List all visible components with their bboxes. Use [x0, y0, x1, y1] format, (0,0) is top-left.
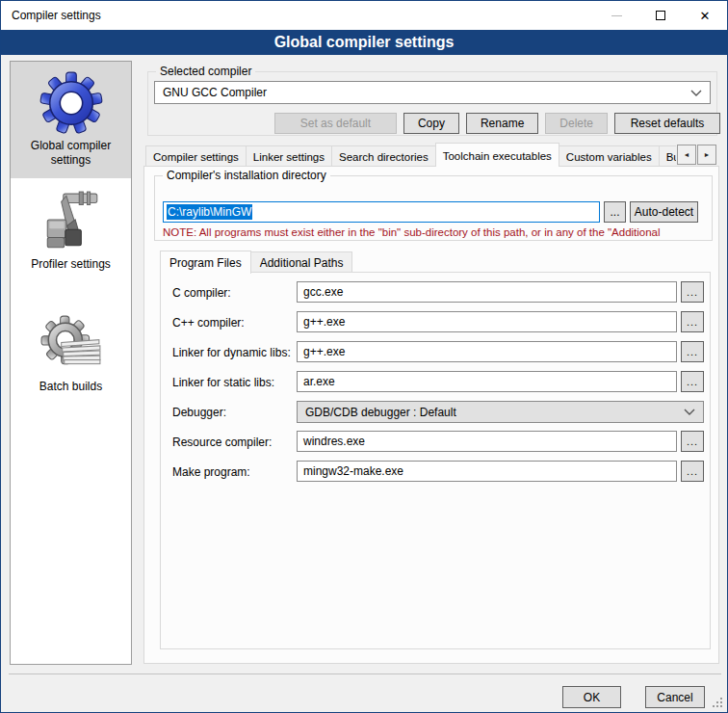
linker-dynamic-browse-button[interactable]: ... — [681, 341, 704, 362]
tab-scroll-left-button[interactable]: ◄ — [677, 145, 696, 165]
title-bar: Compiler settings ✕ — [1, 1, 727, 30]
rename-button[interactable]: Rename — [466, 113, 538, 134]
maximize-button[interactable] — [638, 1, 683, 30]
resource-compiler-value: windres.exe — [303, 435, 365, 448]
c-compiler-value: gcc.exe — [303, 285, 343, 299]
debugger-value: GDB/CDB debugger : Default — [305, 406, 456, 419]
sidebar-item-batch-builds[interactable]: Batch builds — [11, 310, 131, 402]
tab-additional-paths[interactable]: Additional Paths — [250, 251, 353, 273]
tab-build-options[interactable]: Builc — [659, 145, 676, 167]
minimize-icon — [611, 15, 622, 16]
linker-static-label: Linker for static libs: — [172, 376, 274, 389]
sidebar-item-label: Batch builds — [36, 378, 106, 402]
program-files-tab-strip: Program Files Additional Paths — [160, 250, 351, 273]
resource-compiler-input[interactable]: windres.exe — [297, 431, 677, 452]
selected-compiler-group: Selected compiler GNU GCC Compiler Set a… — [147, 71, 717, 136]
installation-directory-group: Compiler's installation directory C:\ray… — [154, 175, 713, 241]
debugger-select[interactable]: GDB/CDB debugger : Default — [297, 401, 704, 423]
resource-compiler-label: Resource compiler: — [172, 436, 272, 449]
installation-directory-input[interactable]: C:\raylib\MinGW — [163, 201, 600, 223]
close-button[interactable]: ✕ — [683, 1, 727, 30]
make-program-input[interactable]: mingw32-make.exe — [297, 461, 677, 482]
installation-directory-value: C:\raylib\MinGW — [167, 204, 252, 220]
make-program-browse-button[interactable]: ... — [681, 461, 704, 482]
toolchain-executables-page: Compiler's installation directory C:\ray… — [143, 166, 719, 664]
sidebar-item-global-compiler-settings[interactable]: Global compiler settings — [11, 62, 131, 178]
gear-stack-icon — [38, 310, 105, 378]
tab-custom-variables[interactable]: Custom variables — [559, 145, 660, 167]
copy-button[interactable]: Copy — [403, 113, 459, 134]
tab-search-directories[interactable]: Search directories — [331, 145, 436, 167]
tab-compiler-settings[interactable]: Compiler settings — [145, 145, 247, 167]
chevron-down-icon — [690, 90, 702, 96]
c-compiler-browse-button[interactable]: ... — [681, 281, 704, 303]
sidebar-item-label: Global compiler settings — [11, 137, 131, 175]
linker-static-browse-button[interactable]: ... — [681, 371, 704, 392]
chevron-down-icon — [684, 409, 695, 415]
installation-directory-group-label: Compiler's installation directory — [163, 169, 330, 182]
compiler-settings-dialog: Compiler settings ✕ Global compiler sett… — [0, 0, 728, 713]
window-title: Compiler settings — [12, 9, 101, 22]
tab-program-files[interactable]: Program Files — [160, 251, 251, 274]
cpp-compiler-input[interactable]: g++.exe — [297, 311, 677, 332]
bin-subdirectory-note: NOTE: All programs must exist either in … — [163, 226, 710, 238]
tab-scroll-right-button[interactable]: ► — [697, 145, 716, 165]
reset-defaults-button[interactable]: Reset defaults — [614, 113, 720, 134]
caliper-icon — [38, 188, 105, 255]
auto-detect-button[interactable]: Auto-detect — [630, 201, 698, 223]
cpp-compiler-value: g++.exe — [303, 315, 345, 329]
linker-static-input[interactable]: ar.exe — [297, 371, 677, 392]
resource-compiler-browse-button[interactable]: ... — [681, 431, 704, 452]
maximize-icon — [656, 11, 665, 20]
close-icon: ✕ — [700, 10, 711, 22]
compiler-select-value: GNU GCC Compiler — [163, 86, 267, 99]
linker-static-value: ar.exe — [303, 375, 335, 388]
page-title: Global compiler settings — [1, 30, 727, 55]
footer-divider — [9, 673, 721, 674]
linker-dynamic-label: Linker for dynamic libs: — [172, 346, 291, 359]
sidebar-item-label: Profiler settings — [27, 255, 115, 279]
cancel-button[interactable]: Cancel — [645, 686, 705, 708]
minimize-button[interactable] — [594, 1, 638, 30]
c-compiler-input[interactable]: gcc.exe — [297, 281, 677, 303]
tab-toolchain-executables[interactable]: Toolchain executables — [435, 143, 559, 167]
selected-compiler-group-label: Selected compiler — [156, 65, 255, 78]
make-program-value: mingw32-make.exe — [303, 464, 403, 478]
cpp-compiler-label: C++ compiler: — [172, 316, 245, 330]
cpp-compiler-browse-button[interactable]: ... — [681, 311, 704, 332]
sidebar-item-profiler-settings[interactable]: Profiler settings — [11, 188, 131, 279]
resize-grip-icon[interactable] — [712, 697, 723, 708]
gear-blue-icon — [38, 69, 105, 137]
debugger-label: Debugger: — [172, 406, 226, 419]
set-as-default-button[interactable]: Set as default — [274, 113, 397, 134]
delete-button[interactable]: Delete — [545, 113, 608, 134]
settings-tab-strip: Compiler settings Linker settings Search… — [145, 142, 676, 167]
settings-category-list: Global compiler settings — [10, 61, 132, 665]
linker-dynamic-input[interactable]: g++.exe — [297, 341, 677, 362]
make-program-label: Make program: — [172, 465, 250, 479]
compiler-select[interactable]: GNU GCC Compiler — [154, 81, 711, 104]
installation-directory-browse-button[interactable]: ... — [604, 201, 626, 223]
ok-button[interactable]: OK — [562, 686, 621, 708]
tab-linker-settings[interactable]: Linker settings — [246, 145, 332, 167]
c-compiler-label: C compiler: — [172, 286, 231, 300]
linker-dynamic-value: g++.exe — [303, 345, 345, 358]
program-files-page: C compiler: gcc.exe ... C++ compiler: g+… — [160, 272, 711, 649]
